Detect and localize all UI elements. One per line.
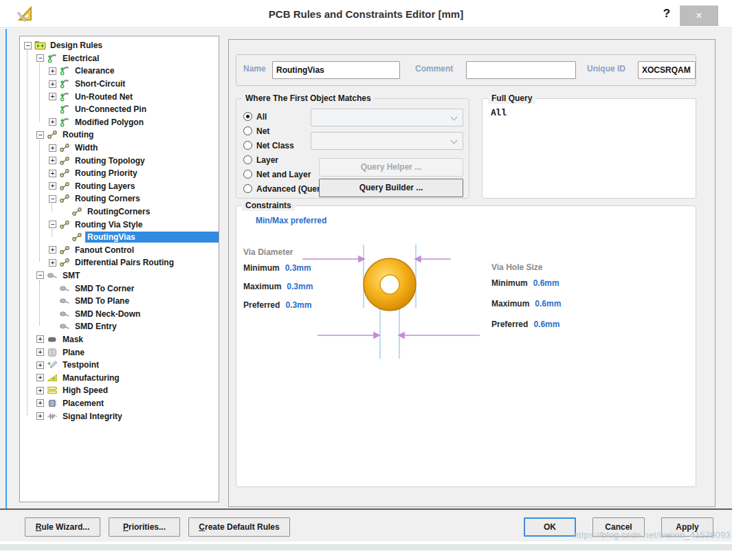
expand-toggle[interactable]: +	[36, 348, 44, 356]
rule-wizard-button[interactable]: Rule Wizard...	[25, 517, 100, 537]
tree-item[interactable]: RoutingVias	[20, 231, 219, 244]
tree-item[interactable]: +Differential Pairs Routing	[20, 256, 219, 269]
tree-item[interactable]: SMD To Corner	[20, 282, 219, 295]
expand-toggle[interactable]: −	[24, 42, 32, 49]
tree-guide-line	[39, 63, 40, 122]
radio-advanced-query[interactable]: Advanced (Query)	[243, 181, 327, 196]
tree-item-label: Modified Polygon	[73, 117, 146, 128]
routing-icon	[71, 207, 84, 216]
expand-toggle[interactable]: +	[49, 93, 56, 100]
tree-item[interactable]: −SMT	[20, 269, 219, 282]
tree-item[interactable]: −Design Rules	[20, 39, 219, 52]
expand-toggle[interactable]: −	[49, 221, 56, 228]
tree-indent	[49, 284, 56, 292]
tree-item[interactable]: +High Speed	[20, 384, 219, 397]
tree-item[interactable]: Un-Connected Pin	[20, 103, 219, 116]
constraint-row: Minimum0.6mm	[491, 278, 561, 288]
tree-item[interactable]: +Signal Integrity	[20, 410, 219, 423]
tree-item-label: Plane	[60, 347, 87, 358]
tree-item-label: SMT	[60, 270, 82, 281]
constraint-label: Maximum	[243, 282, 281, 291]
tree-item[interactable]: +Width	[20, 142, 219, 155]
tree-item[interactable]: +Placement	[20, 397, 219, 410]
tree-item[interactable]: +Fanout Control	[20, 244, 219, 257]
tree-item[interactable]: +Short-Circuit	[20, 78, 219, 91]
tree-item[interactable]: +Routing Topology	[20, 154, 219, 167]
tree-item[interactable]: −Routing Via Style	[20, 218, 219, 231]
unique-id-input[interactable]	[638, 61, 696, 79]
full-query-group: Full Query All	[482, 98, 696, 199]
tree-item[interactable]: SMD Neck-Down	[20, 307, 219, 320]
constraint-label: Minimum	[491, 278, 528, 288]
name-input[interactable]	[272, 61, 400, 79]
tree-item[interactable]: −Routing Corners	[20, 192, 219, 205]
expand-toggle[interactable]: +	[36, 412, 44, 420]
tree-item-label: Un-Connected Pin	[73, 104, 148, 115]
expand-toggle[interactable]: +	[36, 374, 44, 381]
dialog-title: PCB Rules and Constraints Editor [mm]	[0, 0, 732, 28]
expand-toggle[interactable]: +	[49, 144, 56, 152]
tree-item[interactable]: +Clearance	[20, 65, 219, 78]
tree-item[interactable]: +Routing Layers	[20, 180, 219, 193]
expand-toggle[interactable]: +	[49, 80, 56, 88]
expand-toggle[interactable]: +	[49, 246, 56, 254]
tree-item[interactable]: +Routing Priority	[20, 167, 219, 180]
tree-item-label: SMD Entry	[73, 321, 119, 332]
expand-toggle[interactable]: +	[36, 399, 44, 407]
constraint-value[interactable]: 0.6mm	[533, 278, 559, 288]
tree-item-label: Routing Corners	[73, 193, 142, 204]
expand-toggle[interactable]: −	[36, 54, 44, 62]
rules-tree[interactable]: −Design Rules−Electrical+Clearance+Short…	[19, 36, 219, 502]
tree-item[interactable]: +Testpoint	[20, 359, 219, 372]
tree-item[interactable]: −Electrical	[20, 52, 219, 65]
query-builder-button[interactable]: Query Builder ...	[319, 179, 463, 197]
mask-icon	[47, 335, 59, 344]
expand-toggle[interactable]: +	[49, 182, 56, 190]
expand-toggle[interactable]: +	[36, 387, 44, 394]
routing-icon	[59, 143, 71, 153]
routing-icon	[71, 232, 84, 242]
tree-item[interactable]: +Modified Polygon	[20, 116, 219, 129]
manufacturing-icon	[47, 373, 59, 383]
expand-toggle[interactable]: −	[36, 271, 44, 279]
tree-indent	[49, 323, 56, 331]
radio-label: Advanced (Query)	[256, 184, 327, 194]
tree-item[interactable]: −Routing	[20, 128, 219, 142]
electrical-icon	[59, 104, 71, 114]
tree-item[interactable]: +Un-Routed Net	[20, 90, 219, 103]
routing-icon	[59, 156, 71, 166]
constraint-label: Minimum	[243, 263, 280, 273]
tree-item[interactable]: +Manufacturing	[20, 371, 219, 384]
radio-label: All	[256, 112, 267, 122]
smt-icon	[47, 271, 59, 280]
smt-icon	[59, 296, 71, 306]
comment-input[interactable]	[466, 61, 576, 79]
close-button[interactable]: ×	[680, 5, 718, 26]
tree-item[interactable]: SMD Entry	[20, 320, 219, 333]
minmax-preferred-link[interactable]: Min/Max preferred	[256, 216, 326, 225]
constraint-value[interactable]: 0.6mm	[533, 320, 559, 329]
routing-icon	[59, 181, 71, 191]
radio-net-and-layer[interactable]: Net and Layer	[243, 167, 327, 181]
create-default-rules-button[interactable]: Create Default Rules	[188, 517, 290, 537]
tree-item[interactable]: SMD To Plane	[20, 295, 219, 308]
electrical-icon	[59, 117, 71, 127]
tree-item[interactable]: +Plane	[20, 346, 219, 359]
expand-toggle[interactable]: +	[49, 118, 56, 126]
tree-item[interactable]: +Mask	[20, 333, 219, 346]
tree-item[interactable]: RoutingCorners	[20, 205, 219, 219]
expand-toggle[interactable]: +	[36, 335, 44, 343]
expand-toggle[interactable]: −	[49, 195, 56, 203]
constraint-value[interactable]: 0.6mm	[535, 299, 561, 309]
tree-item-label: Width	[73, 142, 100, 153]
expand-toggle[interactable]: +	[49, 157, 56, 164]
expand-toggle[interactable]: +	[49, 259, 56, 267]
help-button[interactable]: ?	[658, 4, 676, 23]
expand-toggle[interactable]: −	[36, 131, 44, 139]
ok-button[interactable]: OK	[524, 517, 576, 537]
expand-toggle[interactable]: +	[36, 361, 44, 369]
expand-toggle[interactable]: +	[49, 170, 56, 177]
priorities-button[interactable]: Priorities...	[109, 517, 180, 537]
radio-layer[interactable]: Layer	[243, 153, 327, 167]
expand-toggle[interactable]: +	[49, 67, 56, 75]
